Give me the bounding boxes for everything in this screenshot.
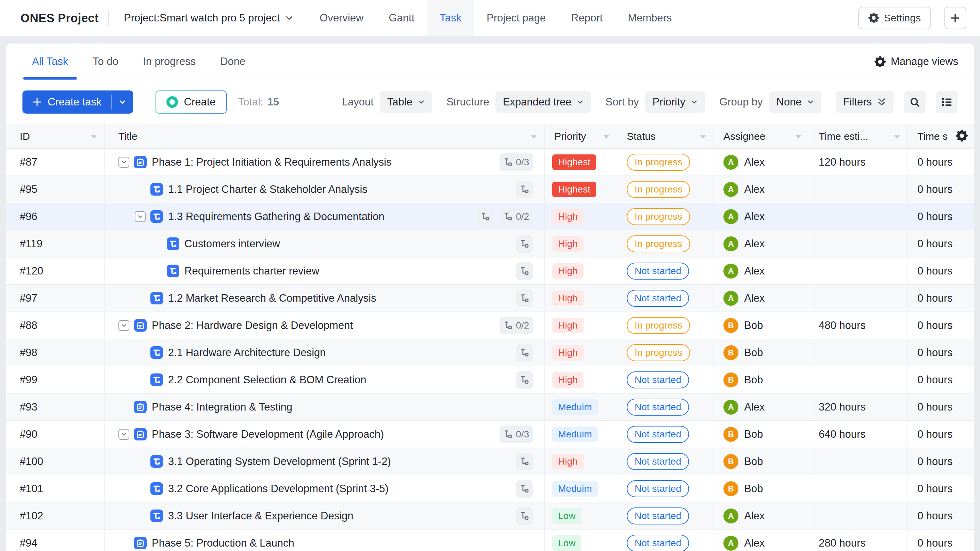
assignee-cell[interactable]: AAlex <box>714 203 809 230</box>
table-row[interactable]: #94Phase 5: Production & LaunchLowNot st… <box>6 530 974 551</box>
subtask-link-pill[interactable] <box>516 289 533 307</box>
table-row[interactable]: #93Phase 4: Integration & TestingMeduimN… <box>6 394 974 421</box>
task-title-cell[interactable]: 1.3 Requirements Gathering & Documentati… <box>105 203 545 230</box>
column-header-time_estimated[interactable]: Time esti... <box>809 124 908 148</box>
subtask-count-pill[interactable]: 0/2 <box>500 317 533 334</box>
priority-cell[interactable]: Meduim <box>545 475 617 502</box>
sort-triangle-icon[interactable] <box>531 135 537 139</box>
priority-cell[interactable]: High <box>545 339 617 366</box>
status-cell[interactable]: Not started <box>617 448 714 475</box>
priority-cell[interactable]: Highest <box>545 176 617 203</box>
column-header-status[interactable]: Status <box>617 124 714 148</box>
assignee-cell[interactable]: BBob <box>714 475 809 502</box>
task-title-cell[interactable]: 3.2 Core Applications Development (Sprin… <box>105 475 545 502</box>
create-task-dropdown[interactable] <box>112 91 133 114</box>
status-cell[interactable]: Not started <box>617 530 714 551</box>
nav-item-gantt[interactable]: Gantt <box>376 0 427 36</box>
group-select[interactable]: None <box>769 91 821 113</box>
task-title-cell[interactable]: Customers interview <box>105 230 545 257</box>
time-estimated-cell[interactable]: 280 hours <box>809 530 908 551</box>
collapse-toggle[interactable] <box>118 320 129 331</box>
table-row[interactable]: #1023.3 User Interface & Experience Desi… <box>6 502 974 530</box>
table-row[interactable]: #90Phase 3: Software Development (Agile … <box>6 421 974 448</box>
expand-chevron[interactable] <box>118 157 129 168</box>
nav-item-members[interactable]: Members <box>615 0 684 36</box>
subtask-count-pill[interactable]: 0/2 <box>500 208 533 225</box>
filters-button[interactable]: Filters <box>836 91 894 113</box>
table-row[interactable]: #961.3 Requirements Gathering & Document… <box>6 203 974 230</box>
status-cell[interactable]: In progress <box>617 312 714 339</box>
expand-chevron[interactable] <box>118 429 129 440</box>
time-estimated-cell[interactable] <box>809 339 908 366</box>
status-cell[interactable]: Not started <box>617 502 714 529</box>
status-cell[interactable]: In progress <box>617 176 714 203</box>
time-spent-cell[interactable]: 0 hours <box>908 176 974 203</box>
time-spent-cell[interactable]: 0 hours <box>908 530 974 551</box>
search-button[interactable] <box>904 91 926 113</box>
priority-cell[interactable]: High <box>545 312 617 339</box>
task-title-cell[interactable]: 3.1 Operating System Development (Sprint… <box>105 448 545 475</box>
settings-button[interactable]: Settings <box>858 7 931 29</box>
time-spent-cell[interactable]: 0 hours <box>908 203 974 230</box>
column-header-assignee[interactable]: Assignee <box>714 124 809 148</box>
status-cell[interactable]: In progress <box>617 230 714 257</box>
subtask-link-pill[interactable] <box>516 344 533 362</box>
priority-cell[interactable]: Low <box>545 502 617 529</box>
table-row[interactable]: #120Requirements charter reviewHighNot s… <box>6 257 974 285</box>
assignee-cell[interactable]: AAlex <box>714 502 809 529</box>
time-estimated-cell[interactable]: 480 hours <box>809 312 908 339</box>
subtask-link-pill[interactable] <box>516 371 533 389</box>
tab-to-do[interactable]: To do <box>82 43 129 79</box>
time-estimated-cell[interactable] <box>809 230 908 257</box>
sort-select[interactable]: Priority <box>645 91 705 113</box>
assignee-cell[interactable]: BBob <box>714 366 809 393</box>
status-cell[interactable]: Not started <box>617 257 714 284</box>
table-row[interactable]: #992.2 Component Selection & BOM Creatio… <box>6 366 974 394</box>
assignee-cell[interactable]: AAlex <box>714 530 809 551</box>
task-title-cell[interactable]: Phase 3: Software Development (Agile App… <box>105 421 545 448</box>
status-cell[interactable]: In progress <box>617 149 714 176</box>
time-estimated-cell[interactable] <box>809 257 908 284</box>
nav-item-overview[interactable]: Overview <box>307 0 376 36</box>
table-row[interactable]: #119Customers interviewHighIn progressAA… <box>6 230 974 257</box>
priority-cell[interactable]: Low <box>545 530 617 551</box>
time-estimated-cell[interactable] <box>809 176 908 203</box>
assignee-cell[interactable]: AAlex <box>714 230 809 257</box>
column-settings-button[interactable] <box>956 130 968 143</box>
time-spent-cell[interactable]: 0 hours <box>908 394 974 421</box>
time-estimated-cell[interactable]: 640 hours <box>809 421 908 448</box>
time-spent-cell[interactable]: 0 hours <box>908 339 974 366</box>
table-row[interactable]: #951.1 Project Charter & Stakeholder Ana… <box>6 176 974 203</box>
time-estimated-cell[interactable] <box>809 502 908 529</box>
time-spent-cell[interactable]: 0 hours <box>908 502 974 529</box>
table-row[interactable]: #87Phase 1: Project Initiation & Require… <box>6 149 974 176</box>
priority-cell[interactable]: High <box>545 203 617 230</box>
task-title-cell[interactable]: 1.1 Project Charter & Stakeholder Analys… <box>105 176 545 203</box>
layout-select[interactable]: Table <box>380 91 432 113</box>
nav-item-report[interactable]: Report <box>558 0 615 36</box>
collapse-toggle[interactable] <box>118 429 129 440</box>
collapse-toggle[interactable] <box>135 211 146 222</box>
time-estimated-cell[interactable]: 320 hours <box>809 394 908 421</box>
task-title-cell[interactable]: Phase 1: Project Initiation & Requiremen… <box>105 149 545 176</box>
manage-views-button[interactable]: Manage views <box>875 43 958 79</box>
assignee-cell[interactable]: BBob <box>714 421 809 448</box>
priority-cell[interactable]: Highest <box>545 149 617 176</box>
project-selector[interactable]: Project:Smart watch pro 5 project <box>124 12 293 24</box>
status-cell[interactable]: Not started <box>617 394 714 421</box>
table-row[interactable]: #1003.1 Operating System Development (Sp… <box>6 448 974 475</box>
status-cell[interactable]: Not started <box>617 285 714 311</box>
time-estimated-cell[interactable] <box>809 285 908 311</box>
time-spent-cell[interactable]: 0 hours <box>908 448 974 475</box>
sort-triangle-icon[interactable] <box>603 135 609 139</box>
time-spent-cell[interactable]: 0 hours <box>908 285 974 311</box>
time-spent-cell[interactable]: 0 hours <box>908 149 974 176</box>
assignee-cell[interactable]: BBob <box>714 312 809 339</box>
list-view-button[interactable] <box>936 91 958 113</box>
priority-cell[interactable]: Meduim <box>545 394 617 421</box>
task-title-cell[interactable]: Requirements charter review <box>105 257 545 284</box>
subtask-count-pill[interactable]: 0/3 <box>500 153 533 171</box>
priority-cell[interactable]: Meduim <box>545 421 617 448</box>
sort-triangle-icon[interactable] <box>894 135 900 139</box>
task-title-cell[interactable]: 1.2 Market Research & Competitive Analys… <box>105 285 545 311</box>
